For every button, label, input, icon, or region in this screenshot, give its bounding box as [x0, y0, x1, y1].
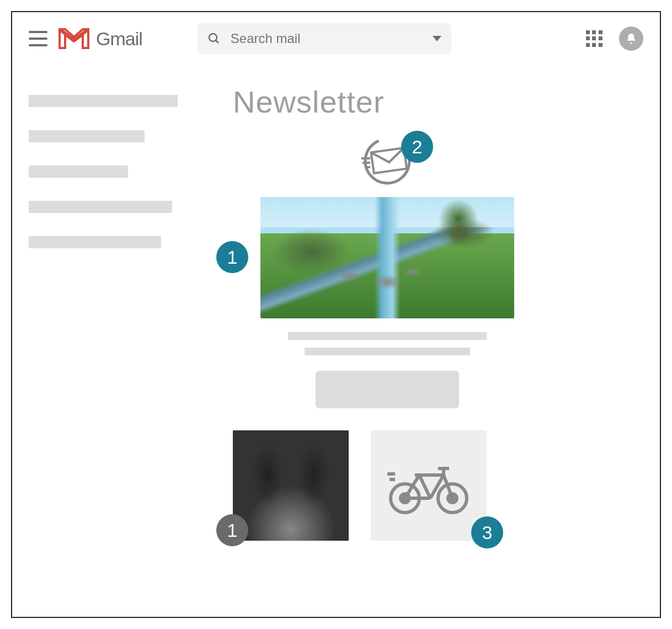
- svg-line-2: [216, 40, 218, 43]
- annotation-badge-2: 2: [401, 131, 433, 163]
- sidebar-item-placeholder[interactable]: [29, 95, 178, 107]
- apps-grid-icon[interactable]: [586, 30, 602, 47]
- notifications-button[interactable]: [619, 26, 643, 51]
- search-bar[interactable]: [198, 23, 451, 54]
- sidebar: [29, 95, 189, 248]
- bicycle-icon-card: 3: [371, 430, 487, 541]
- app-frame: Gmail Newsletter: [11, 11, 661, 618]
- sidebar-item-placeholder[interactable]: [29, 130, 145, 142]
- annotation-badge-1b: 1: [216, 514, 248, 546]
- sidebar-item-placeholder[interactable]: [29, 201, 172, 213]
- annotation-badge-1: 1: [216, 241, 248, 273]
- svg-point-1: [209, 34, 217, 41]
- cta-button-placeholder[interactable]: [316, 371, 459, 408]
- search-icon: [207, 32, 221, 45]
- gmail-logo[interactable]: Gmail: [58, 27, 142, 50]
- newsletter-title: Newsletter: [233, 84, 542, 120]
- email-body: Newsletter 2 1 1: [233, 84, 542, 541]
- bell-icon: [625, 33, 637, 45]
- body-text-placeholder: [233, 332, 542, 355]
- text-line-placeholder: [288, 332, 487, 340]
- search-options-dropdown-icon[interactable]: [433, 36, 441, 41]
- text-line-placeholder: [305, 348, 470, 355]
- hero-image-wrap: 1: [233, 197, 542, 318]
- header-bar: Gmail: [12, 12, 660, 60]
- newsletter-mail-graphic: 2: [233, 136, 542, 186]
- image-cards-row: 1 3: [233, 430, 542, 541]
- forest-image-card: 1: [233, 430, 349, 541]
- svg-line-12: [419, 475, 430, 498]
- header-actions: [586, 26, 643, 51]
- gmail-wordmark: Gmail: [96, 28, 142, 50]
- sidebar-item-placeholder[interactable]: [29, 166, 128, 178]
- search-input[interactable]: [231, 31, 423, 46]
- sidebar-item-placeholder[interactable]: [29, 236, 161, 248]
- bicycle-icon: [387, 455, 470, 516]
- hamburger-menu-icon[interactable]: [29, 31, 47, 46]
- annotation-badge-3: 3: [471, 516, 503, 548]
- gmail-m-icon: [58, 27, 89, 50]
- hero-landscape-image: [260, 197, 514, 318]
